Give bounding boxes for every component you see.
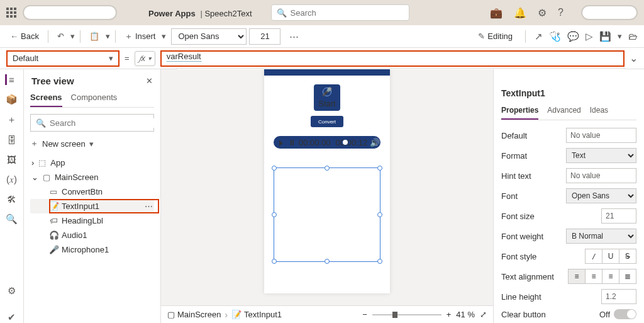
main-area: ≡ 📦 ＋ 🗄 🖼 (𝑥) 🛠 🔍 ⚙ ✔ Tree view ✕ Screen…	[0, 69, 644, 323]
top-bar: Power Apps | Speech2Text 🔍 💼 🔔 ⚙ ?	[0, 0, 644, 25]
align-left-icon[interactable]: ≡	[568, 269, 586, 284]
rail-media-icon[interactable]: 🖼	[7, 154, 16, 165]
align-right-icon[interactable]: ≡	[602, 269, 619, 284]
fullscreen-icon[interactable]: ⤢	[480, 310, 487, 319]
rail-add-icon[interactable]: ＋	[7, 114, 16, 126]
paste-button[interactable]: 📋	[86, 29, 103, 43]
account-avatar[interactable]	[581, 5, 638, 20]
font-family-select[interactable]: Open Sans	[171, 28, 247, 45]
search-icon: 🔍	[36, 118, 46, 128]
properties-panel: TextInput1 Properties Advanced Ideas Def…	[493, 69, 644, 323]
prop-hint[interactable]: No value	[566, 168, 636, 183]
save-icon[interactable]: 💾	[599, 31, 611, 42]
tree-panel: Tree view ✕ Screens Components 🔍 ＋ New s…	[24, 69, 161, 323]
prop-fontsize[interactable]: 21	[601, 208, 636, 224]
rail-search-icon[interactable]: 🔍	[6, 213, 18, 225]
search-icon: 🔍	[277, 8, 287, 18]
share-icon[interactable]: ↗	[535, 31, 543, 42]
font-size-input[interactable]	[249, 28, 280, 45]
insert-button[interactable]: ＋ Insert	[121, 28, 160, 45]
publish-icon[interactable]: 🗁	[628, 31, 638, 42]
app-title: Power Apps | Speech2Text	[148, 8, 252, 18]
app-launcher-icon[interactable]	[6, 8, 16, 18]
undo-button[interactable]: ↶	[53, 29, 68, 43]
rail-settings-icon[interactable]: ⚙	[8, 285, 16, 297]
zoom-out-icon[interactable]: −	[362, 310, 367, 319]
settings-icon[interactable]: ⚙	[538, 7, 547, 19]
zoom-in-icon[interactable]: +	[447, 310, 452, 319]
editing-mode[interactable]: ✎ Editing	[474, 29, 516, 43]
prop-fontweight[interactable]: B Normal	[566, 229, 636, 244]
rail-advanced-icon[interactable]: 🛠	[7, 194, 16, 205]
tree-title: Tree view	[31, 76, 74, 86]
prop-textalign[interactable]: ≡ ≡ ≡ ≣	[569, 269, 636, 284]
new-screen-button[interactable]: ＋ New screen ▾	[30, 138, 154, 149]
back-button[interactable]: ← Back	[6, 29, 43, 43]
equals-sign: =	[125, 54, 130, 63]
canvas[interactable]: 🎤 Start Convert ⏵⏸ 00:00:00 00:00:12 🔊 ▢…	[161, 69, 493, 323]
command-bar: ← Back ↶▾ 📋▾ ＋ Insert▾ Open Sans ⋯ ✎ Edi…	[0, 25, 644, 48]
property-select[interactable]: Default▾	[6, 50, 119, 67]
prop-title: TextInput1	[501, 88, 636, 98]
global-search[interactable]: 🔍	[271, 4, 409, 21]
env-selector[interactable]	[23, 5, 117, 20]
audio-control[interactable]: ⏵⏸ 00:00:00 00:00:12 🔊	[274, 136, 380, 149]
overflow-icon[interactable]: ⋯	[289, 31, 299, 42]
fx-button[interactable]: 𝑓x ▾	[135, 51, 155, 66]
prop-lineheight[interactable]: 1.2	[601, 289, 636, 304]
prop-format[interactable]: Text	[566, 148, 636, 163]
tree-node-textinput1[interactable]: 📝TextInput1 ⋯	[30, 199, 154, 213]
canvas-breadcrumb: ▢MainScreen › 📝TextInput1 − + 41 % ⤢	[161, 305, 493, 323]
underline-button[interactable]: U	[602, 249, 619, 264]
top-icons: 💼 🔔 ⚙ ?	[490, 5, 638, 20]
rail-treeview-icon[interactable]: ≡	[5, 74, 14, 85]
prop-font[interactable]: Open Sans	[566, 188, 636, 203]
ptab-advanced[interactable]: Advanced	[547, 103, 580, 120]
bc-control[interactable]: 📝TextInput1	[231, 310, 282, 319]
close-icon[interactable]: ✕	[146, 76, 153, 86]
mic-control[interactable]: 🎤 Start	[314, 84, 340, 111]
convert-button[interactable]: Convert	[311, 116, 343, 127]
formula-expand-icon[interactable]: ⌄	[630, 52, 638, 64]
tree-node-microphone1[interactable]: 🎤Microphone1	[30, 242, 154, 257]
notifications-icon[interactable]: 🔔	[514, 7, 526, 19]
align-center-icon[interactable]: ≡	[585, 269, 602, 284]
checker-icon[interactable]: 🩺	[549, 31, 561, 42]
prop-clear-toggle[interactable]	[614, 309, 636, 319]
prop-fontstyle[interactable]: / U S̶	[586, 249, 636, 264]
preview-icon[interactable]: ▷	[586, 31, 593, 42]
global-search-input[interactable]	[291, 8, 404, 18]
rail-variables-icon[interactable]: (𝑥)	[6, 174, 17, 185]
strike-button[interactable]: S̶	[619, 249, 636, 264]
ptab-ideas[interactable]: Ideas	[590, 103, 608, 120]
tree-node-convertbtn[interactable]: ▭ConvertBtn	[30, 184, 154, 199]
zoom-value: 41 %	[456, 310, 475, 319]
tree-node-audio1[interactable]: 🎧Audio1	[30, 228, 154, 242]
tab-screens[interactable]: Screens	[30, 90, 62, 107]
rail-insert-icon[interactable]: 📦	[6, 94, 18, 105]
textinput-selection[interactable]	[274, 167, 380, 262]
zoom-slider[interactable]	[372, 314, 441, 315]
tree-search[interactable]: 🔍	[30, 114, 154, 132]
tree-node-more-icon[interactable]: ⋯	[145, 201, 153, 211]
comments-icon[interactable]: 💬	[567, 31, 579, 42]
tree-node-app[interactable]: ›⬚App	[30, 156, 154, 170]
prop-default[interactable]: No value	[566, 128, 636, 143]
environment-icon[interactable]: 💼	[490, 7, 502, 19]
align-justify-icon[interactable]: ≣	[619, 269, 636, 284]
help-icon[interactable]: ?	[558, 7, 564, 18]
tab-components[interactable]: Components	[71, 90, 118, 107]
rail-data-icon[interactable]: 🗄	[7, 135, 16, 145]
formula-bar: Default▾ = 𝑓x ▾ varResult ⌄	[0, 48, 644, 69]
italic-button[interactable]: /	[585, 249, 602, 264]
tree-node-screen[interactable]: ⌄▢MainScreen	[30, 170, 154, 184]
phone-preview: 🎤 Start Convert ⏵⏸ 00:00:00 00:00:12 🔊	[264, 69, 390, 293]
tree: ›⬚App ⌄▢MainScreen ▭ConvertBtn 📝TextInpu…	[30, 156, 154, 257]
left-rail: ≡ 📦 ＋ 🗄 🖼 (𝑥) 🛠 🔍 ⚙ ✔	[0, 69, 24, 323]
ptab-properties[interactable]: Properties	[501, 103, 538, 120]
tree-search-input[interactable]	[50, 118, 155, 128]
rail-tests-icon[interactable]: ✔	[8, 312, 16, 323]
formula-input[interactable]: varResult	[160, 50, 625, 67]
bc-screen[interactable]: ▢MainScreen	[167, 310, 221, 319]
tree-node-headinglbl[interactable]: 🏷HeadingLbl	[30, 213, 154, 228]
